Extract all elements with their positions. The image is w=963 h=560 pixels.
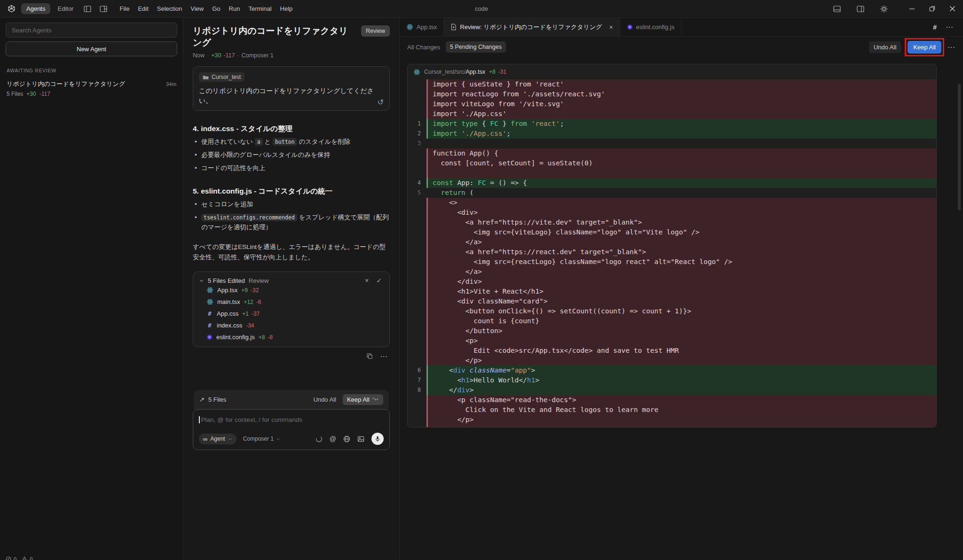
keep-all-button[interactable]: Keep All ^↵	[343, 394, 383, 405]
code-line[interactable]: <p>	[408, 336, 936, 346]
code-line[interactable]: </p>	[408, 415, 936, 425]
close-window-button[interactable]	[949, 6, 955, 12]
editor-more-icon[interactable]: ···	[946, 23, 954, 31]
composer-selector[interactable]: Composer 1	[243, 436, 280, 442]
folder-context-chip[interactable]: Cursor_test	[199, 72, 245, 82]
agent-list-item[interactable]: リポジトリ内のコードをリファクタリング34m5 Files+30-117	[6, 77, 177, 100]
restore-button[interactable]	[929, 6, 935, 12]
keep-all-changes-button[interactable]: Keep All	[908, 41, 941, 54]
code-line[interactable]: <img src={viteLogo} className="logo" alt…	[408, 227, 936, 237]
code-line[interactable]: <div className="card">	[408, 296, 936, 306]
code-line[interactable]: <button onClick={() => setCount((count) …	[408, 306, 936, 316]
all-changes-tab[interactable]: All Changes	[407, 44, 440, 51]
code-line[interactable]: import viteLogo from '/vite.svg'	[408, 99, 936, 109]
menu-run[interactable]: Run	[225, 3, 245, 14]
agent-item-time: 34m	[166, 81, 176, 87]
code-line[interactable]: import reactLogo from './assets/react.sv…	[408, 89, 936, 99]
code-line[interactable]: <h1>Vite + React</h1>	[408, 287, 936, 296]
menu-view[interactable]: View	[186, 3, 208, 14]
tab-editor[interactable]: Editor	[52, 3, 79, 14]
code-line[interactable]: import './App.css'	[408, 109, 936, 119]
editor-tab-0[interactable]: App.tsx	[400, 18, 444, 36]
undo-message-icon[interactable]: ↺	[378, 98, 384, 107]
menu-edit[interactable]: Edit	[134, 3, 152, 14]
code-line[interactable]: import { useState } from 'react'	[408, 79, 936, 89]
code-line[interactable]: </div>	[408, 277, 936, 287]
code-line[interactable]: <p className="read-the-docs">	[408, 395, 936, 405]
minimize-button[interactable]	[909, 6, 915, 12]
menu-help[interactable]: Help	[276, 3, 297, 14]
code-line[interactable]: <a href="https://vite.dev" target="_blan…	[408, 218, 936, 227]
composer-input-box[interactable]: Plan, @ for context, / for commands ∞ Ag…	[193, 409, 390, 450]
code-line[interactable]: 4const App: FC = () => {	[408, 178, 936, 188]
undo-all-changes-button[interactable]: Undo All	[869, 41, 901, 53]
tab-close-icon[interactable]: ×	[609, 23, 613, 31]
editor-tab-1[interactable]: Review: リポジトリ内のコードをリファクタリング×	[444, 18, 620, 36]
search-agents-input[interactable]	[6, 23, 177, 38]
review-badge[interactable]: Review	[361, 25, 390, 37]
code-line[interactable]: Edit <code>src/App.tsx</code> and save t…	[408, 346, 936, 356]
code-line[interactable]: </p>	[408, 356, 936, 366]
microphone-button[interactable]	[371, 433, 384, 445]
menu-selection[interactable]: Selection	[153, 3, 186, 14]
mention-icon[interactable]: @	[330, 435, 336, 443]
code-text: </button>	[428, 326, 936, 336]
chevron-down-icon[interactable]	[199, 278, 204, 283]
reject-all-icon[interactable]: ×	[363, 277, 371, 284]
menu-file[interactable]: File	[115, 3, 134, 14]
accept-all-icon[interactable]: ✓	[374, 277, 384, 284]
code-line[interactable]: const [count, setCount] = useState(0)	[408, 158, 936, 168]
pending-changes-tab[interactable]: 5 Pending Changes	[446, 41, 506, 53]
edited-file-row[interactable]: #App.css+1-37	[199, 308, 384, 319]
code-line[interactable]: <div>	[408, 208, 936, 218]
edited-file-row[interactable]: #index.css-34	[199, 319, 384, 331]
code-line[interactable]: 1import type { FC } from 'react';	[408, 119, 936, 129]
code-line[interactable]	[408, 168, 936, 178]
edited-file-row[interactable]: App.tsx+9-32	[199, 284, 384, 296]
files-review-link[interactable]: Review	[249, 277, 269, 284]
diff-file-header[interactable]: Cursor_test/src/App.tsx +8-31	[408, 64, 936, 79]
menu-terminal[interactable]: Terminal	[244, 3, 276, 14]
hash-icon[interactable]: #	[933, 23, 937, 31]
copy-icon[interactable]	[366, 353, 373, 360]
toggle-panel-icon[interactable]	[830, 4, 844, 14]
toolbar-more-icon[interactable]: ···	[948, 44, 955, 51]
attach-image-icon[interactable]	[357, 436, 364, 443]
context-usage-icon[interactable]	[316, 436, 323, 443]
web-globe-icon[interactable]	[343, 436, 350, 443]
code-line[interactable]: <a href="https://react.dev" target="_bla…	[408, 247, 936, 257]
new-agent-button[interactable]: New Agent	[6, 41, 177, 56]
code-line[interactable]: </a>	[408, 267, 936, 277]
code-line[interactable]: </a>	[408, 237, 936, 247]
code-line[interactable]: Click on the Vite and React logos to lea…	[408, 405, 936, 415]
scrollbar-thumb[interactable]	[958, 84, 961, 210]
editor-tab-2[interactable]: eslint.config.js	[620, 18, 682, 36]
code-line[interactable]: </button>	[408, 326, 936, 336]
code-line[interactable]: <img src={reactLogo} className="logo rea…	[408, 257, 936, 267]
layout-sidebar-left-icon[interactable]	[80, 4, 95, 14]
edited-file-row[interactable]: main.tsx+12-6	[199, 296, 384, 308]
code-line[interactable]: function App() {	[408, 148, 936, 158]
agent-mode-selector[interactable]: ∞ Agent	[199, 434, 237, 444]
expand-files-icon[interactable]: ↗	[199, 396, 205, 403]
tab-agents[interactable]: Agents	[21, 3, 50, 14]
undo-all-button[interactable]: Undo All	[313, 396, 336, 403]
more-options-icon[interactable]: ···	[380, 353, 388, 360]
code-line[interactable]: <>	[408, 198, 936, 208]
code-line[interactable]: count is {count}	[408, 316, 936, 326]
code-line[interactable]: 3	[408, 139, 936, 148]
code-line[interactable]: </>	[408, 425, 936, 428]
code-line[interactable]: 5 return (	[408, 188, 936, 198]
code-line[interactable]: 2import './App.css';	[408, 129, 936, 139]
toggle-secondary-sidebar-icon[interactable]	[853, 4, 868, 14]
settings-gear-icon[interactable]	[877, 3, 891, 15]
edited-file-row[interactable]: eslint.config.js+8-8	[199, 331, 384, 343]
react-file-icon	[413, 69, 420, 76]
menu-go[interactable]: Go	[208, 3, 224, 14]
review-bar-files-label[interactable]: 5 Files	[208, 396, 226, 403]
code-line[interactable]: 7 <h1>Hello World</h1>	[408, 375, 936, 385]
layout-sidebar-right-icon[interactable]	[96, 4, 111, 14]
code-line[interactable]: 8 </div>	[408, 385, 936, 395]
code-line[interactable]: 6 <div className="app">	[408, 366, 936, 375]
statusbar-problems[interactable]: 0 0	[6, 556, 35, 560]
